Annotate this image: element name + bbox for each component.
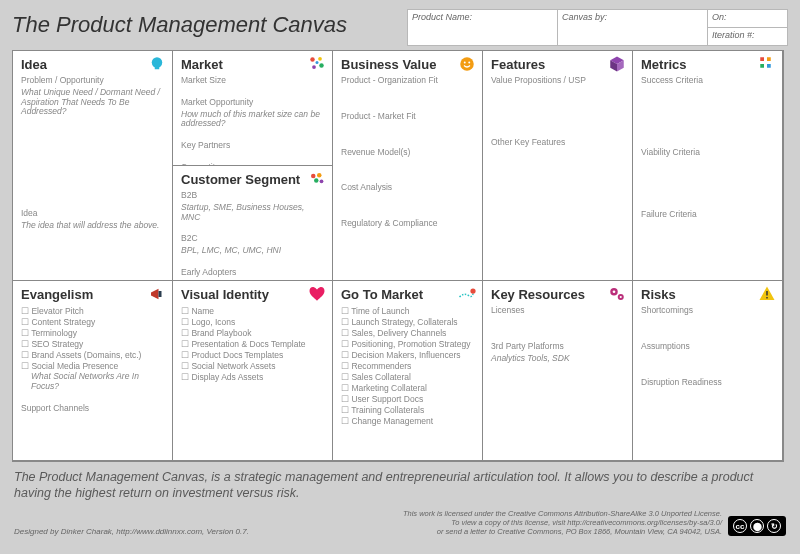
idea-idea-label: Idea (21, 209, 164, 219)
bval-cost: Cost Analysis (341, 183, 474, 193)
bval-regulatory: Regulatory & Compliance (341, 219, 474, 229)
canvas-grid: Idea Problem / Opportunity What Unique N… (12, 50, 784, 462)
cc-icon: cc (733, 519, 747, 533)
kres-3rdparty: 3rd Party Platforms (491, 342, 624, 352)
box-features: Features Value Propositions / USP Other … (482, 50, 633, 281)
lic2: To view a copy of this license, visit ht… (403, 518, 722, 527)
evan-c2: Content Strategy (21, 317, 164, 328)
box-visual-identity: Visual Identity Name Logo, Icons Brand P… (172, 280, 333, 461)
gtm-c3: Sales, Delivery Channels (341, 328, 474, 339)
gtm-checklist: Time of Launch Launch Strategy, Collater… (341, 306, 474, 428)
lic3: or send a letter to Creative Commons, PO… (403, 527, 722, 536)
cust-early: Early Adopters (181, 268, 324, 278)
box-idea: Idea Problem / Opportunity What Unique N… (12, 50, 173, 281)
svg-rect-29 (766, 291, 768, 296)
market-opportunity-hint: How much of this market size can be addr… (181, 110, 324, 130)
cube-icon (608, 55, 626, 73)
vis-c2: Logo, Icons (181, 317, 324, 328)
gtm-c8: Marketing Collateral (341, 383, 474, 394)
gtm-c7: Sales Collateral (341, 372, 474, 383)
svg-point-7 (311, 174, 316, 179)
evan-c3: Terminology (21, 328, 164, 339)
kres-3rdparty-hint: Analytics Tools, SDK (491, 354, 624, 364)
box-risks: Risks Shortcomings Assumptions Disruptio… (632, 280, 783, 461)
bval-heading: Business Value (341, 57, 474, 72)
footer: Designed by Dinker Charak, http://www.dd… (12, 503, 788, 536)
footer-designed: Designed by Dinker Charak, http://www.dd… (14, 527, 249, 536)
idea-problem-label: Problem / Opportunity (21, 76, 164, 86)
evan-c4: SEO Strategy (21, 339, 164, 350)
smile-icon (458, 55, 476, 73)
lic1: This work is licensed under the Creative… (403, 509, 722, 518)
lightbulb-icon (148, 55, 166, 73)
kres-licenses: Licenses (491, 306, 624, 316)
vis-c1: Name (181, 306, 324, 317)
metr-viability: Viability Criteria (641, 148, 774, 158)
risk-assump: Assumptions (641, 342, 774, 352)
svg-rect-30 (766, 297, 768, 299)
evan-heading: Evangelism (21, 287, 164, 302)
svg-point-23 (470, 288, 475, 293)
box-metrics: Metrics Success Criteria Viability Crite… (632, 50, 783, 281)
meta-iteration[interactable]: Iteration #: (707, 27, 788, 46)
box-evangelism: Evangelism Elevator Pitch Content Strate… (12, 280, 173, 461)
gtm-heading: Go To Market (341, 287, 474, 302)
svg-point-12 (464, 62, 466, 64)
meta-product-name[interactable]: Product Name: (407, 9, 558, 46)
gtm-c6: Recommenders (341, 361, 474, 372)
risk-heading: Risks (641, 287, 774, 302)
idea-heading: Idea (21, 57, 164, 72)
heart-icon (308, 285, 326, 303)
svg-point-4 (319, 63, 324, 68)
svg-point-13 (468, 62, 470, 64)
vis-c5: Product Docs Templates (181, 350, 324, 361)
market-opportunity: Market Opportunity (181, 98, 324, 108)
svg-point-9 (314, 178, 319, 183)
feat-heading: Features (491, 57, 624, 72)
meta-grid: Product Name: Canvas by: On: Iteration #… (408, 10, 788, 46)
page: The Product Management Canvas Product Na… (0, 0, 800, 540)
svg-point-5 (312, 65, 316, 69)
meta-on[interactable]: On: (707, 9, 788, 28)
warning-icon (758, 285, 776, 303)
idea-idea-hint: The idea that will address the above. (21, 221, 164, 231)
svg-point-3 (318, 57, 322, 61)
vis-c4: Presentation & Docs Template (181, 339, 324, 350)
svg-rect-22 (159, 291, 162, 297)
box-go-to-market: Go To Market Time of Launch Launch Strat… (332, 280, 483, 461)
feat-other: Other Key Features (491, 138, 624, 148)
vis-c6: Social Network Assets (181, 361, 324, 372)
box-market: Market Market Size Market Opportunity Ho… (172, 50, 333, 166)
svg-point-6 (316, 61, 319, 64)
metr-failure: Failure Criteria (641, 210, 774, 220)
grid-dots-icon (758, 55, 776, 73)
evan-c6-hint: What Social Networks Are In Focus? (21, 372, 164, 392)
sa-icon: ↻ (767, 519, 781, 533)
tagline: The Product Management Canvas, is a stra… (12, 462, 788, 503)
svg-rect-19 (760, 64, 764, 68)
evan-support: Support Channels (21, 404, 164, 414)
vis-checklist: Name Logo, Icons Brand Playbook Presenta… (181, 306, 324, 383)
gtm-c9: User Support Docs (341, 394, 474, 405)
svg-point-0 (152, 57, 163, 68)
top-bar: The Product Management Canvas Product Na… (12, 10, 788, 46)
evan-c5: Brand Assets (Domains, etc.) (21, 350, 164, 361)
box-customer-segment: Customer Segment B2B Startup, SME, Busin… (172, 165, 333, 281)
gtm-c1: Time of Launch (341, 306, 474, 317)
bval-marketfit: Product - Market Fit (341, 112, 474, 122)
evan-c1: Elevator Pitch (21, 306, 164, 317)
cust-b2b: B2B (181, 191, 324, 201)
gtm-c5: Decision Makers, Influencers (341, 350, 474, 361)
box-key-resources: Key Resources Licenses 3rd Party Platfor… (482, 280, 633, 461)
svg-point-8 (317, 173, 322, 178)
feat-usp: Value Propositions / USP (491, 76, 624, 86)
svg-marker-21 (151, 289, 159, 300)
meta-canvas-by[interactable]: Canvas by: (557, 9, 708, 46)
svg-rect-18 (767, 57, 771, 61)
idea-problem-hint: What Unique Need / Dormant Need / Aspira… (21, 88, 164, 117)
svg-point-2 (310, 57, 315, 62)
gears-icon (608, 285, 626, 303)
box-business-value: Business Value Product - Organization Fi… (332, 50, 483, 281)
cust-b2c-hint: BPL, LMC, MC, UMC, HNI (181, 246, 324, 256)
cust-b2b-hint: Startup, SME, Business Houses, MNC (181, 203, 324, 223)
